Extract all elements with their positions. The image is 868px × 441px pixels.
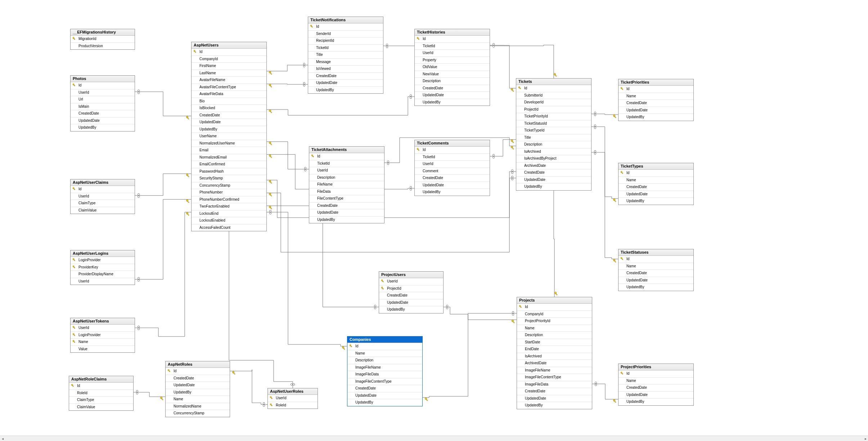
table-header[interactable]: ProjectPriorities — [619, 364, 693, 370]
table-column[interactable]: IsArchived — [516, 148, 591, 156]
table-header[interactable]: Tickets — [516, 79, 591, 85]
table-column[interactable]: CreatedDate — [619, 270, 693, 277]
table-column[interactable]: IsBlocked — [192, 105, 266, 112]
table-column[interactable]: IsMain — [71, 103, 135, 111]
table-column[interactable]: CreatedDate — [379, 292, 443, 299]
table-column[interactable]: LoginProvider — [71, 332, 135, 339]
table-column[interactable]: ProviderKey — [71, 264, 135, 271]
table-column[interactable]: NormalizedUserName — [192, 140, 266, 147]
table-column[interactable]: ConcurrencyStamp — [192, 182, 266, 190]
table-header[interactable]: Companies — [347, 337, 422, 343]
table-column[interactable]: FileContentType — [309, 195, 384, 202]
table-TicketHistories[interactable]: TicketHistoriesIdTicketIdUserIdPropertyO… — [414, 29, 490, 106]
table-TicketComments[interactable]: TicketCommentsIdTicketIdUserIdCommentCre… — [414, 140, 490, 196]
table-header[interactable]: TicketHistories — [415, 29, 490, 36]
table-column[interactable]: LockoutEnd — [192, 210, 266, 218]
table-column[interactable]: CreatedDate — [517, 388, 592, 395]
table-column[interactable]: Id — [192, 49, 266, 56]
table-column[interactable]: UpdatedBy — [308, 87, 383, 94]
table-AspNetRoles[interactable]: AspNetRolesIdCreatedDateUpdatedDateUpdat… — [165, 361, 230, 417]
table-column[interactable]: ImageFileName — [347, 364, 422, 371]
table-column[interactable]: UserId — [309, 167, 384, 174]
table-header[interactable]: __EFMigrationsHistory — [71, 29, 135, 36]
table-column[interactable]: SenderId — [308, 31, 383, 38]
table-column[interactable]: UpdatedDate — [71, 117, 135, 125]
table-header[interactable]: AspNetUserLogins — [71, 250, 135, 257]
table-column[interactable]: UpdatedDate — [619, 392, 693, 399]
table-ProjectPriorities[interactable]: ProjectPrioritiesIdNameCreatedDateUpdate… — [618, 364, 694, 406]
table-header[interactable]: Photos — [71, 76, 135, 82]
scroll-left-icon[interactable]: ◂ — [0, 436, 5, 441]
table-AspNetUserRoles[interactable]: AspNetUserRolesUserIdRoleId — [267, 388, 318, 409]
table-column[interactable]: CreatedDate — [192, 112, 266, 119]
table-column[interactable]: CreatedDate — [619, 100, 693, 107]
table-column[interactable]: ArchivedDate — [517, 360, 592, 367]
table-column[interactable]: FileData — [309, 188, 384, 196]
table-header[interactable]: TicketPriorities — [619, 79, 693, 86]
table-column[interactable]: Description — [309, 174, 384, 182]
table-column[interactable]: UpdatedDate — [619, 107, 693, 114]
table-column[interactable]: Id — [69, 383, 133, 390]
table-column[interactable]: ProviderDisplayName — [71, 271, 135, 278]
table-column[interactable]: Id — [619, 170, 693, 177]
table-header[interactable]: AspNetUserTokens — [71, 318, 135, 325]
table-column[interactable]: Description — [516, 141, 591, 148]
table-column[interactable]: ImageFileContentType — [517, 374, 592, 381]
table-column[interactable]: Name — [619, 378, 693, 385]
table-column[interactable]: Id — [619, 256, 693, 263]
table-column[interactable]: UpdatedDate — [309, 209, 384, 217]
table-column[interactable]: EndDate — [517, 346, 592, 353]
table-column[interactable]: LockoutEnabled — [192, 217, 266, 224]
table-header[interactable]: AspNetRoles — [166, 361, 230, 368]
table-column[interactable]: ImageFileData — [517, 381, 592, 388]
table-column[interactable]: UserId — [71, 89, 135, 97]
table-column[interactable]: UpdatedBy — [619, 398, 693, 405]
table-Companies[interactable]: CompaniesIdNameDescriptionImageFileNameI… — [347, 336, 423, 406]
table-column[interactable]: CreatedDate — [71, 110, 135, 117]
table-Tickets[interactable]: TicketsIdSubmitterIdDeveloperIdProjectId… — [516, 78, 592, 191]
table-column[interactable]: Title — [308, 52, 383, 59]
table-column[interactable]: RoleId — [69, 390, 133, 397]
table-column[interactable]: ProjectPriorityId — [517, 318, 592, 325]
table-column[interactable]: UserId — [71, 325, 135, 332]
table-column[interactable]: UpdatedDate — [415, 92, 490, 99]
table-column[interactable]: ClaimValue — [71, 207, 135, 214]
table-column[interactable]: LoginProvider — [71, 257, 135, 264]
table-column[interactable]: CreatedDate — [415, 175, 490, 182]
table-column[interactable]: ClaimType — [69, 397, 133, 404]
table-AspNetUserTokens[interactable]: AspNetUserTokensUserIdLoginProviderNameV… — [70, 318, 135, 353]
table-column[interactable]: Name — [619, 263, 693, 270]
table-column[interactable]: CreatedDate — [619, 384, 693, 392]
table-column[interactable]: Id — [415, 147, 490, 154]
table-column[interactable]: AvatarFileContentType — [192, 84, 266, 91]
table-column[interactable]: CompanyId — [517, 311, 592, 318]
table-column[interactable]: UpdatedBy — [415, 99, 490, 106]
table-column[interactable]: TicketTypeId — [516, 127, 591, 134]
table-column[interactable]: UpdatedDate — [347, 392, 422, 400]
table-header[interactable]: TicketNotifications — [308, 17, 383, 23]
table-column[interactable]: FirstName — [192, 63, 266, 70]
table-column[interactable]: StartDate — [517, 339, 592, 346]
table-column[interactable]: UserId — [71, 193, 135, 200]
table-column[interactable]: SubmitterId — [516, 92, 591, 99]
table-column[interactable]: PhoneNumber — [192, 189, 266, 196]
table-column[interactable]: Name — [517, 325, 592, 332]
table-AspNetUserLogins[interactable]: AspNetUserLoginsLoginProviderProviderKey… — [70, 250, 135, 285]
table-column[interactable]: ImageFileContentType — [347, 378, 422, 386]
table-column[interactable]: UpdatedBy — [347, 399, 422, 406]
table-column[interactable]: TicketId — [308, 45, 383, 52]
table-column[interactable]: PhoneNumberConfirmed — [192, 196, 266, 204]
table-column[interactable]: UpdatedDate — [619, 191, 693, 198]
table-ProjectUsers[interactable]: ProjectUsersUserIdProjectIdCreatedDateUp… — [379, 271, 444, 313]
table-column[interactable]: UpdatedDate — [379, 299, 443, 307]
table-column[interactable]: Name — [166, 396, 230, 403]
table-column[interactable]: Email — [192, 147, 266, 154]
table-column[interactable]: UserId — [268, 395, 318, 402]
table-header[interactable]: TicketTypes — [619, 163, 693, 170]
table-column[interactable]: IsArchivedByProject — [516, 155, 591, 162]
table-TicketAttachments[interactable]: TicketAttachmentsIdTicketIdUserIdDescrip… — [309, 146, 384, 223]
table-column[interactable]: TwoFactorEnabled — [192, 203, 266, 210]
table-column[interactable]: ConcurrencyStamp — [166, 410, 230, 417]
table-TicketPriorities[interactable]: TicketPrioritiesIdNameCreatedDateUpdated… — [618, 79, 694, 121]
table-column[interactable]: Id — [619, 370, 693, 378]
